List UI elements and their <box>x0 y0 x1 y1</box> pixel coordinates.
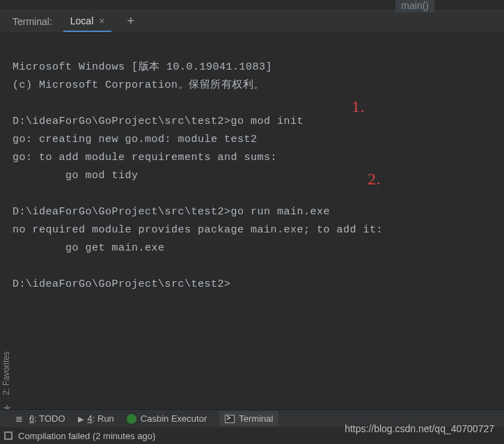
terminal-line: go get main.exe <box>13 242 165 254</box>
new-tab-button[interactable]: + <box>123 14 139 29</box>
terminal-line: go mod tidy <box>13 170 139 182</box>
sidebar-tab-favorites[interactable]: 2: Favorites <box>0 347 13 399</box>
list-icon <box>15 413 25 424</box>
terminal-line: D:\ideaForGo\GoProject\src\test2>go run … <box>13 206 330 218</box>
terminal-tab-label: Local <box>70 15 93 26</box>
tool-run[interactable]: 4: Run <box>78 413 114 424</box>
terminal-tab-local[interactable]: Local × <box>63 11 112 32</box>
tool-casbin-executor[interactable]: Casbin Executor <box>127 413 207 424</box>
annotation-1: 1. <box>352 97 365 116</box>
status-icon <box>4 431 13 440</box>
terminal-line: (c) Microsoft Corporation。保留所有权利。 <box>13 79 265 91</box>
close-icon[interactable]: × <box>99 16 104 26</box>
tool-todo[interactable]: 6: TODO <box>15 413 65 424</box>
watermark-text: https://blog.csdn.net/qq_40700727 <box>345 423 494 434</box>
tool-terminal[interactable]: Terminal <box>219 411 278 426</box>
terminal-output[interactable]: Microsoft Windows [版本 10.0.19041.1083] (… <box>0 33 504 395</box>
run-hotkey: 4 <box>88 413 93 424</box>
sidebar-tab-label: 2: Favorites <box>1 351 11 395</box>
casbin-label: Casbin Executor <box>141 413 207 424</box>
run-label: : Run <box>93 413 114 424</box>
terminal-line: go: to add module requirements and sums: <box>13 152 277 164</box>
todo-label: : TODO <box>34 413 65 424</box>
annotation-2: 2. <box>368 170 381 188</box>
terminal-label: Terminal <box>239 413 273 424</box>
terminal-line: Microsoft Windows [版本 10.0.19041.1083] <box>13 61 272 73</box>
terminal-line: go: creating new go.mod: module test2 <box>13 134 258 145</box>
terminal-panel-title: Terminal: <box>13 16 52 27</box>
casbin-icon <box>127 414 136 424</box>
terminal-panel-header: Terminal: Local × + <box>0 10 504 33</box>
terminal-line: no required module provides package main… <box>13 224 383 236</box>
play-icon <box>78 413 84 424</box>
code-context-label: main() <box>395 0 434 13</box>
terminal-icon <box>225 415 235 423</box>
terminal-line: D:\ideaForGo\GoProject\src\test2>go mod … <box>13 116 304 127</box>
terminal-line: D:\ideaForGo\GoProject\src\test2> <box>13 278 231 290</box>
status-message: Compilation failed (2 minutes ago) <box>18 431 155 441</box>
